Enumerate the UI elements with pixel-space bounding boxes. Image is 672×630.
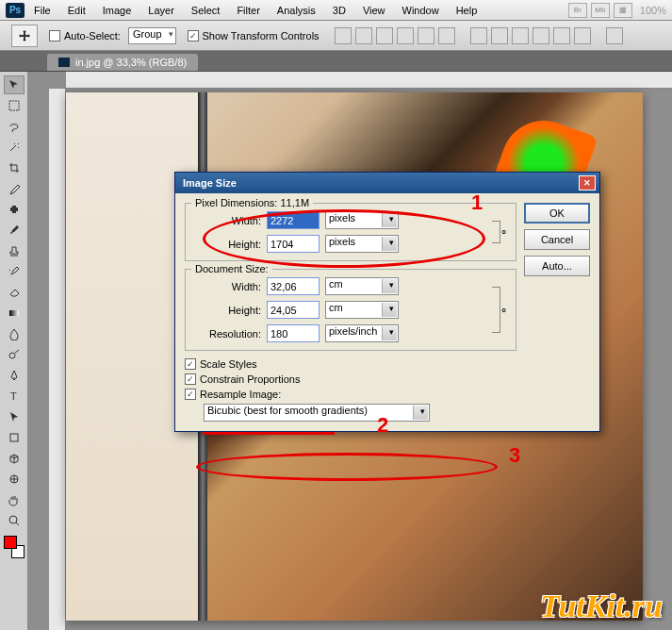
auto-select-check[interactable] <box>49 30 60 41</box>
distribute-icon[interactable] <box>512 27 529 44</box>
shape-tool[interactable] <box>4 428 25 447</box>
doc-width-input[interactable] <box>267 277 320 295</box>
menu-view[interactable]: View <box>363 5 385 16</box>
menu-analysis[interactable]: Analysis <box>277 5 316 16</box>
annotation-number-3: 3 <box>509 443 520 468</box>
document-tab[interactable]: in.jpg @ 33,3% (RGB/8) <box>47 54 198 71</box>
menu-window[interactable]: Window <box>402 5 439 16</box>
scale-styles-check[interactable] <box>185 358 196 370</box>
pen-tool[interactable] <box>4 366 25 385</box>
ok-button[interactable]: OK <box>524 203 590 224</box>
ps-logo: Ps <box>6 3 25 18</box>
constrain-check[interactable] <box>185 373 196 385</box>
3d-tool[interactable] <box>4 449 25 468</box>
menu-layer[interactable]: Layer <box>148 5 174 16</box>
hand-tool[interactable] <box>4 490 25 509</box>
doc-width-unit[interactable]: cm <box>325 277 399 295</box>
pixel-height-input[interactable] <box>267 235 320 253</box>
annotation-underline-2 <box>203 432 335 435</box>
document-tab-bar: in.jpg @ 33,3% (RGB/8) <box>0 51 672 72</box>
wand-tool[interactable] <box>4 138 25 157</box>
move-tool-icon[interactable] <box>11 25 38 47</box>
mb-icon[interactable]: Mb <box>591 3 610 18</box>
show-transform-check[interactable] <box>188 30 199 41</box>
blur-tool[interactable] <box>4 324 25 343</box>
pixel-dimensions-legend: Pixel Dimensions: 11,1M <box>191 197 313 208</box>
path-select-tool[interactable] <box>4 407 25 426</box>
align-icon[interactable] <box>397 27 414 44</box>
dodge-tool[interactable] <box>4 345 25 364</box>
resample-method-select[interactable]: Bicubic (best for smooth gradients) <box>204 404 430 422</box>
document-size-group: Document Size: Width: cm Height: cm <box>185 269 516 351</box>
pixel-width-input[interactable] <box>267 211 320 229</box>
svg-rect-3 <box>9 310 19 316</box>
distribute-icon[interactable] <box>533 27 549 44</box>
resample-label: Resample Image: <box>200 389 281 400</box>
doc-height-label: Height: <box>193 305 261 316</box>
fg-color[interactable] <box>4 536 17 549</box>
document-size-legend: Document Size: <box>191 263 272 274</box>
menu-3d[interactable]: 3D <box>333 5 346 16</box>
svg-rect-2 <box>12 206 16 213</box>
ruler-horizontal[interactable] <box>66 72 672 89</box>
distribute-icon[interactable] <box>491 27 508 44</box>
menu-help[interactable]: Help <box>456 5 478 16</box>
watermark: TutKit.ru <box>540 589 663 624</box>
menu-bar: Ps File Edit Image Layer Select Filter A… <box>0 0 672 21</box>
align-icon[interactable] <box>418 27 434 44</box>
align-icons <box>335 27 623 44</box>
pixel-height-unit[interactable]: pixels <box>325 235 399 253</box>
gradient-tool[interactable] <box>4 304 25 323</box>
pixel-width-unit[interactable]: pixels <box>325 211 399 229</box>
3d-camera-tool[interactable] <box>4 470 25 489</box>
close-icon[interactable]: ✕ <box>579 175 596 191</box>
doc-height-input[interactable] <box>267 301 320 319</box>
menu-file[interactable]: File <box>34 5 51 16</box>
brush-tool[interactable] <box>4 221 25 240</box>
toolbox: T <box>0 72 28 630</box>
lasso-tool[interactable] <box>4 117 25 136</box>
eraser-tool[interactable] <box>4 283 25 302</box>
stamp-tool[interactable] <box>4 241 25 260</box>
auto-select-type[interactable]: Group <box>128 27 176 44</box>
menu-image[interactable]: Image <box>103 5 132 16</box>
align-icon[interactable] <box>438 27 455 44</box>
distribute-icon[interactable] <box>553 27 570 44</box>
color-swatch[interactable] <box>4 536 25 558</box>
align-icon[interactable] <box>335 27 352 44</box>
history-brush-tool[interactable] <box>4 262 25 281</box>
menu-select[interactable]: Select <box>191 5 221 16</box>
link-icon <box>489 277 508 342</box>
file-icon <box>58 58 70 67</box>
align-icon[interactable] <box>376 27 393 44</box>
heal-tool[interactable] <box>4 200 25 219</box>
menu-filter[interactable]: Filter <box>237 5 259 16</box>
type-tool[interactable]: T <box>4 387 25 406</box>
move-tool[interactable] <box>4 75 25 94</box>
auto-button[interactable]: Auto... <box>524 256 590 276</box>
align-icon[interactable] <box>355 27 372 44</box>
menu-edit[interactable]: Edit <box>68 5 86 16</box>
resolution-input[interactable] <box>267 324 320 342</box>
doc-height-unit[interactable]: cm <box>325 301 399 319</box>
auto-select-label: Auto-Select: <box>64 30 121 41</box>
distribute-icon[interactable] <box>574 27 591 44</box>
zoom-tool[interactable] <box>4 511 25 530</box>
zoom-readout: 100% <box>640 5 666 16</box>
document-tab-label: in.jpg @ 33,3% (RGB/8) <box>75 57 187 68</box>
resolution-unit[interactable]: pixels/inch <box>325 324 399 342</box>
crop-tool[interactable] <box>4 158 25 177</box>
ruler-vertical[interactable] <box>49 89 66 630</box>
cancel-button[interactable]: Cancel <box>524 229 590 250</box>
marquee-tool[interactable] <box>4 96 25 115</box>
show-transform-label: Show Transform Controls <box>203 30 320 41</box>
resolution-label: Resolution: <box>193 328 261 340</box>
dialog-title: Image Size <box>183 177 237 189</box>
eyedropper-tool[interactable] <box>4 179 25 198</box>
bridge-icon[interactable]: Br <box>568 3 587 18</box>
resample-check[interactable] <box>185 389 196 400</box>
dialog-titlebar[interactable]: Image Size ✕ <box>175 173 599 193</box>
screen-mode-icon[interactable]: ▦ <box>614 3 632 18</box>
distribute-icon[interactable] <box>470 27 487 44</box>
arrange-icon[interactable] <box>606 27 623 44</box>
